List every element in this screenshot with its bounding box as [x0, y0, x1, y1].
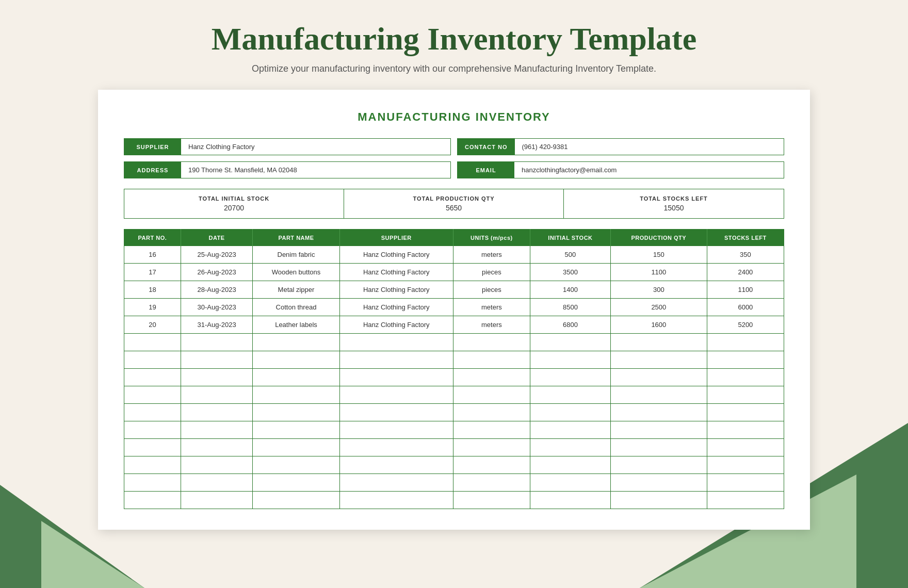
inventory-table: PART NO. DATE PART NAME SUPPLIER UNITS (… [124, 229, 784, 509]
table-row: 1930-Aug-2023Cotton threadHanz Clothing … [124, 299, 784, 316]
cell-empty [453, 404, 530, 421]
cell-empty [253, 439, 339, 456]
cell-part_name: Wooden buttons [253, 264, 339, 281]
total-stocks-left-cell: TOTAL STOCKS LEFT 15050 [564, 189, 784, 218]
cell-part_no: 20 [124, 316, 181, 334]
cell-empty [181, 421, 252, 439]
cell-empty [181, 334, 252, 351]
contact-label: CONTACT NO [458, 139, 515, 155]
cell-initial_stock: 500 [530, 246, 610, 264]
cell-empty [530, 404, 610, 421]
cell-empty [253, 351, 339, 369]
cell-supplier: Hanz Clothing Factory [339, 246, 453, 264]
cell-empty [253, 421, 339, 439]
col-units: UNITS (m/pcs) [453, 230, 530, 247]
email-row: EMAIL hanzclothingfactory@email.com [457, 161, 784, 178]
cell-empty [707, 404, 784, 421]
cell-part_no: 17 [124, 264, 181, 281]
cell-empty [453, 439, 530, 456]
cell-empty [124, 404, 181, 421]
col-part-no: PART NO. [124, 230, 181, 247]
cell-empty [453, 334, 530, 351]
table-row-empty [124, 474, 784, 492]
cell-empty [530, 439, 610, 456]
cell-production_qty: 2500 [610, 299, 707, 316]
cell-empty [610, 369, 707, 386]
cell-empty [453, 456, 530, 474]
col-production-qty: PRODUCTION QTY [610, 230, 707, 247]
cell-units: meters [453, 316, 530, 334]
cell-empty [253, 404, 339, 421]
page-content: Manufacturing Inventory Template Optimiz… [0, 0, 908, 530]
cell-units: pieces [453, 264, 530, 281]
cell-empty [181, 456, 252, 474]
cell-empty [124, 456, 181, 474]
cell-empty [124, 474, 181, 492]
cell-production_qty: 1100 [610, 264, 707, 281]
total-production-qty-label: TOTAL PRODUCTION QTY [349, 195, 558, 202]
table-row-empty [124, 334, 784, 351]
contact-row: CONTACT NO (961) 420-9381 [457, 138, 784, 155]
cell-empty [453, 421, 530, 439]
cell-empty [707, 421, 784, 439]
table-row-empty [124, 456, 784, 474]
cell-empty [610, 492, 707, 509]
cell-empty [453, 492, 530, 509]
cell-part_name: Metal zipper [253, 281, 339, 299]
cell-empty [530, 456, 610, 474]
cell-units: meters [453, 299, 530, 316]
totals-section: TOTAL INITIAL STOCK 20700 TOTAL PRODUCTI… [124, 189, 784, 219]
cell-empty [610, 439, 707, 456]
total-production-qty-cell: TOTAL PRODUCTION QTY 5650 [344, 189, 564, 218]
cell-stocks_left: 1100 [707, 281, 784, 299]
info-grid: SUPPLIER Hanz Clothing Factory CONTACT N… [124, 138, 784, 178]
cell-empty [181, 474, 252, 492]
page-subtitle: Optimize your manufacturing inventory wi… [252, 63, 656, 74]
cell-empty [707, 334, 784, 351]
cell-empty [530, 386, 610, 404]
cell-empty [707, 386, 784, 404]
table-row-empty [124, 386, 784, 404]
cell-supplier: Hanz Clothing Factory [339, 281, 453, 299]
total-initial-stock-value: 20700 [129, 204, 338, 212]
table-header-row: PART NO. DATE PART NAME SUPPLIER UNITS (… [124, 230, 784, 247]
cell-initial_stock: 1400 [530, 281, 610, 299]
page-title: Manufacturing Inventory Template [212, 21, 696, 57]
cell-empty [707, 492, 784, 509]
cell-empty [339, 456, 453, 474]
col-part-name: PART NAME [253, 230, 339, 247]
cell-supplier: Hanz Clothing Factory [339, 299, 453, 316]
cell-empty [124, 386, 181, 404]
table-row: 1625-Aug-2023Denim fabricHanz Clothing F… [124, 246, 784, 264]
cell-empty [707, 439, 784, 456]
cell-empty [610, 421, 707, 439]
cell-stocks_left: 6000 [707, 299, 784, 316]
cell-empty [339, 369, 453, 386]
cell-empty [181, 439, 252, 456]
cell-empty [253, 334, 339, 351]
cell-empty [124, 334, 181, 351]
address-row: ADDRESS 190 Thorne St. Mansfield, MA 020… [124, 161, 451, 178]
table-row-empty [124, 439, 784, 456]
cell-empty [610, 334, 707, 351]
cell-empty [453, 474, 530, 492]
cell-empty [339, 386, 453, 404]
cell-empty [530, 421, 610, 439]
cell-part_name: Cotton thread [253, 299, 339, 316]
document-card: MANUFACTURING INVENTORY SUPPLIER Hanz Cl… [98, 90, 810, 530]
cell-empty [253, 386, 339, 404]
document-title: MANUFACTURING INVENTORY [124, 110, 784, 124]
cell-empty [530, 351, 610, 369]
cell-stocks_left: 5200 [707, 316, 784, 334]
address-value: 190 Thorne St. Mansfield, MA 02048 [181, 162, 450, 178]
cell-empty [707, 351, 784, 369]
cell-empty [181, 404, 252, 421]
supplier-value: Hanz Clothing Factory [181, 139, 450, 155]
cell-empty [339, 404, 453, 421]
table-row-empty [124, 369, 784, 386]
cell-empty [530, 474, 610, 492]
cell-empty [339, 492, 453, 509]
cell-empty [253, 369, 339, 386]
cell-empty [181, 351, 252, 369]
cell-empty [610, 386, 707, 404]
